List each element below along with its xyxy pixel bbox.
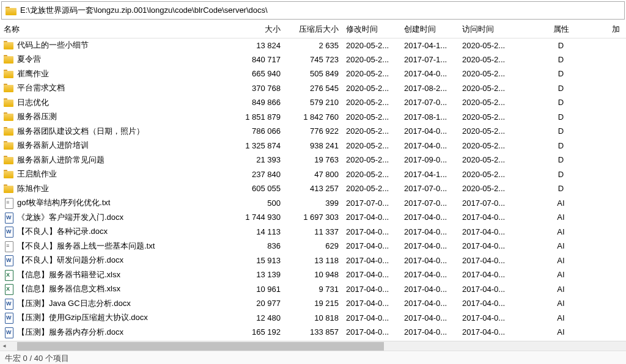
table-row[interactable]: gof枚举结构序列化优化.txt5003992017-07-0...2017-0… [0,196,626,211]
xlsx-icon [4,284,13,294]
table-row[interactable]: 服务器新人进阶培训1 325 874938 2412020-05-2...201… [0,139,626,153]
cell-size: 849 866 [241,95,284,110]
table-row[interactable]: 【不良人】各种记录.docx14 11311 3372017-04-0...20… [0,225,626,239]
cell-acc: 2020-05-2... [458,53,517,67]
col-size[interactable]: 大小 [241,21,284,38]
cell-attr: AI [517,239,605,253]
table-row[interactable]: 【信息】服务器信息文档.xlsx10 9619 7312017-04-0...2… [0,282,626,297]
table-row[interactable]: 【压测】Java GC日志分析.docx20 97719 2152017-04-… [0,296,626,311]
cell-mod: 2020-05-2... [342,38,400,53]
col-modified[interactable]: 修改时间 [342,21,400,38]
table-row[interactable]: 【压测】使用Gzip压缩超大协议.docx12 48010 8182017-04… [0,311,626,326]
cell-size: 836 [241,239,284,253]
cell-cre: 2017-07-0... [400,181,458,196]
cell-size: 1 744 930 [241,210,284,225]
cell-size: 12 480 [241,311,284,326]
docx-icon [4,227,13,236]
table-row[interactable]: 代码上的一些小细节13 8242 6352020-05-2...2017-04-… [0,38,626,53]
cell-attr: D [517,110,605,125]
col-packed[interactable]: 压缩后大小 [284,21,342,38]
col-accessed[interactable]: 访问时间 [458,21,517,38]
cell-packed: 276 545 [284,81,342,96]
cell-cre: 2017-04-0... [400,139,458,153]
address-bar[interactable]: E:\龙族世界源码一套\longzu.zip.001\longzu\code\b… [1,1,625,20]
cell-acc: 2020-05-2... [458,124,517,139]
cell-mod: 2017-04-0... [342,253,400,268]
cell-cre: 2017-04-0... [400,225,458,239]
file-name: 【不良人】研发问题分析.docx [17,255,123,266]
horizontal-scrollbar[interactable]: ◄ [0,341,626,351]
file-name: 【压测】使用Gzip压缩超大协议.docx [17,312,148,323]
table-row[interactable]: 陈旭作业605 055413 2572020-05-2...2017-07-0.… [0,181,626,196]
cell-extra [605,239,626,253]
cell-extra [605,296,626,311]
cell-packed: 9 731 [284,282,342,297]
table-row[interactable]: 日志优化849 866579 2102020-05-2...2017-07-0.… [0,95,626,110]
folder-icon [4,40,13,50]
cell-cre: 2017-07-0... [400,95,458,110]
cell-packed: 10 818 [284,311,342,326]
cell-attr: D [517,53,605,67]
scroll-thumb[interactable] [17,342,384,351]
docx-icon [4,299,13,308]
cell-mod: 2017-07-0... [342,196,400,211]
table-row[interactable]: 【信息】服务器书籍登记.xlsx13 13910 9482017-04-0...… [0,268,626,282]
cell-size: 840 717 [241,53,284,67]
cell-size: 605 055 [241,181,284,196]
cell-size: 10 961 [241,282,284,297]
cell-attr: D [517,153,605,167]
col-attrs[interactable]: 属性 [517,21,605,38]
cell-size: 1 851 879 [241,110,284,125]
cell-acc: 2017-04-0... [458,268,517,282]
table-row[interactable]: 【不良人】研发问题分析.docx15 91313 1182017-04-0...… [0,253,626,268]
cell-mod: 2017-04-0... [342,239,400,253]
table-row[interactable]: 服务器新人进阶常见问题21 39319 7632020-05-2...2017-… [0,153,626,167]
file-name: 代码上的一些小细节 [17,40,89,51]
table-row[interactable]: 服务器压测1 851 8791 842 7602020-05-2...2017-… [0,110,626,125]
cell-size: 20 977 [241,296,284,311]
table-row[interactable]: 王启航作业237 84047 8002020-05-2...2017-04-1.… [0,167,626,182]
cell-attr: D [517,139,605,153]
cell-acc: 2017-04-0... [458,325,517,340]
cell-acc: 2020-05-2... [458,38,517,53]
cell-extra [605,153,626,167]
table-row[interactable]: 【不良人】服务器上线一些基本问题.txt8366292017-04-0...20… [0,239,626,253]
folder-icon [6,5,17,15]
cell-cre: 2017-04-0... [400,124,458,139]
cell-cre: 2017-07-0... [400,196,458,211]
cell-extra [605,253,626,268]
cell-extra [605,325,626,340]
table-row[interactable]: 《龙族》客户端开发入门.docx1 744 9301 697 3032017-0… [0,210,626,225]
table-row[interactable]: 崔鹰作业665 940505 8492020-05-2...2017-04-0.… [0,67,626,81]
col-name[interactable]: 名称 [0,21,241,38]
cell-acc: 2020-05-2... [458,153,517,167]
table-row[interactable]: 平台需求文档370 768276 5452020-05-2...2017-08-… [0,81,626,96]
cell-cre: 2017-04-0... [400,253,458,268]
file-name: 【压测】Java GC日志分析.docx [17,298,131,309]
table-row[interactable]: 服务器团队建设文档（日期，照片）786 066776 9222020-05-2.… [0,124,626,139]
status-text: 牛宏 0 / 40 个项目 [5,354,69,363]
cell-packed: 399 [284,196,342,211]
cell-size: 665 940 [241,67,284,81]
cell-attr: AI [517,296,605,311]
col-extra[interactable]: 加 [605,21,626,38]
cell-packed: 629 [284,239,342,253]
cell-mod: 2020-05-2... [342,67,400,81]
cell-extra [605,139,626,153]
col-created[interactable]: 创建时间 [400,21,458,38]
docx-icon [4,213,13,222]
cell-extra [605,81,626,96]
cell-cre: 2017-09-0... [400,153,458,167]
table-row[interactable]: 【压测】服务器内存分析.docx165 192133 8572017-04-0.… [0,325,626,340]
cell-extra [605,282,626,297]
cell-extra [605,225,626,239]
cell-size: 13 139 [241,268,284,282]
cell-packed: 938 241 [284,139,342,153]
cell-mod: 2017-04-0... [342,325,400,340]
folder-icon [4,169,13,179]
table-row[interactable]: 夏令营840 717745 7232020-05-2...2017-07-1..… [0,53,626,67]
cell-mod: 2020-05-2... [342,153,400,167]
cell-mod: 2020-05-2... [342,181,400,196]
cell-packed: 505 849 [284,67,342,81]
scroll-left-icon[interactable]: ◄ [0,342,9,351]
